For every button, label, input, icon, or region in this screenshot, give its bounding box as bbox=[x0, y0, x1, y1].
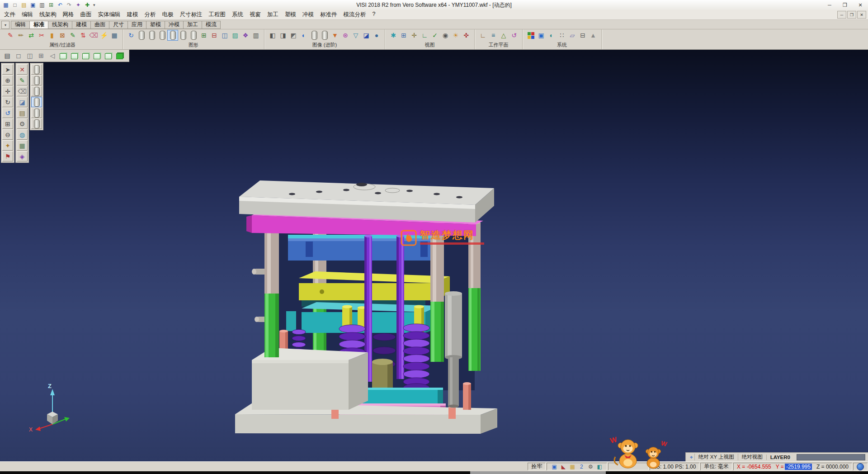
status-inset-field[interactable] bbox=[797, 454, 865, 460]
split-viewport-icon[interactable]: ◫ bbox=[25, 51, 35, 61]
stats-icon[interactable]: ▥ bbox=[251, 30, 261, 40]
snap-toggle-icon[interactable]: ▣ bbox=[550, 463, 558, 470]
minimize-button[interactable]: ─ bbox=[822, 0, 837, 10]
menu-item-11[interactable]: 工程图 bbox=[206, 9, 229, 20]
settings-gear-icon[interactable]: ⚙ bbox=[17, 118, 28, 129]
close-button[interactable]: ✕ bbox=[853, 0, 868, 10]
filter-solids-icon[interactable] bbox=[31, 97, 42, 107]
zoom-out-icon[interactable]: ⊖ bbox=[2, 129, 13, 140]
quad-viewport-icon[interactable]: ⊞ bbox=[36, 51, 46, 61]
point-grid-icon[interactable]: ∷ bbox=[557, 30, 567, 40]
3d-viewport[interactable]: Z X ▤◻◫⊞◁ ➤⊕✛↻↺⊞⊖✦⚑✕✎⌫◪▤⚙◍▦◈ 智造梦想网 ⌖ 绝对 … bbox=[0, 50, 868, 461]
mesh-tool-icon[interactable]: ▦ bbox=[17, 140, 28, 151]
tab-2[interactable]: 标准 bbox=[29, 21, 48, 29]
dynamic-view-icon[interactable]: ↺ bbox=[2, 108, 13, 118]
tab-1[interactable]: 编辑 bbox=[11, 21, 29, 29]
menu-item-17[interactable]: 标准件 bbox=[317, 9, 340, 20]
zoom-in-icon[interactable]: ⊕ bbox=[2, 75, 13, 85]
section-cylinder-2-icon[interactable] bbox=[320, 30, 330, 40]
app-logo-icon[interactable]: ▦ bbox=[2, 1, 10, 9]
filter-cylinder-icon[interactable]: ▮ bbox=[47, 30, 57, 40]
grid-toggle-icon[interactable]: ▦ bbox=[568, 463, 576, 470]
menu-item-15[interactable]: 塑模 bbox=[282, 9, 299, 20]
workplane-create-icon[interactable]: ∟ bbox=[478, 30, 488, 40]
screen-config-icon[interactable]: ▣ bbox=[536, 30, 546, 40]
dynamic-pan-icon[interactable]: ✛ bbox=[409, 30, 419, 40]
sheet-tool-icon[interactable]: ▤ bbox=[17, 108, 28, 118]
layer-cylinder-5-icon[interactable] bbox=[178, 30, 188, 40]
filter-meshes-icon[interactable] bbox=[31, 108, 42, 118]
layer-cylinder-6-icon[interactable] bbox=[189, 30, 198, 40]
mdi-restore-button[interactable]: ❐ bbox=[847, 11, 856, 19]
select-arrow-icon[interactable]: ➤ bbox=[2, 64, 13, 75]
tab-11[interactable]: 模流 bbox=[202, 21, 221, 29]
calculator-icon[interactable]: ⊟ bbox=[578, 30, 588, 40]
filter-all-icon[interactable] bbox=[31, 118, 42, 129]
rotate-view-icon[interactable]: ↻ bbox=[2, 97, 13, 107]
pan-view-icon[interactable]: ✛ bbox=[2, 86, 13, 96]
single-viewport-icon[interactable]: ◻ bbox=[14, 51, 24, 61]
erase-entity-icon[interactable]: ⌫ bbox=[17, 86, 28, 96]
delete-icon[interactable]: ✕ bbox=[17, 64, 28, 75]
filter-grid-icon[interactable]: ▦ bbox=[109, 30, 119, 40]
tab-6[interactable]: 尺寸 bbox=[109, 21, 127, 29]
drop-arrow-icon[interactable]: ▼ bbox=[330, 30, 340, 40]
menu-item-5[interactable]: 曲面 bbox=[77, 9, 95, 20]
right-view-icon[interactable] bbox=[93, 51, 103, 61]
print-icon[interactable]: ▥ bbox=[38, 1, 46, 9]
swap-filter-icon[interactable]: ⇅ bbox=[78, 30, 88, 40]
plot-icon[interactable]: ⊞ bbox=[47, 1, 55, 9]
layer-cylinder-1-icon[interactable] bbox=[137, 30, 146, 40]
maximize-button[interactable]: ❒ bbox=[837, 0, 853, 10]
axis-cross-icon[interactable]: ✜ bbox=[461, 30, 471, 40]
status-lock-toggle[interactable]: 拴牢 bbox=[528, 463, 546, 470]
match-properties-icon[interactable]: ⇄ bbox=[26, 30, 36, 40]
menu-item-1[interactable]: 文件 bbox=[1, 9, 19, 20]
menu-item-6[interactable]: 实体编辑 bbox=[95, 9, 124, 20]
face-tool-icon[interactable]: ◪ bbox=[17, 97, 28, 107]
sphere-tool-icon[interactable]: ◍ bbox=[17, 129, 28, 140]
paint-icon[interactable]: ❖ bbox=[241, 30, 250, 40]
menu-item-13[interactable]: 视窗 bbox=[246, 9, 264, 20]
status-units[interactable]: 单位: 毫米 bbox=[700, 463, 732, 470]
cube-view-icon[interactable]: ◪ bbox=[361, 30, 371, 40]
filter-box-icon[interactable]: ⊠ bbox=[57, 30, 67, 40]
eye-view-icon[interactable]: ◉ bbox=[440, 30, 450, 40]
diamond-tool-icon[interactable]: ◈ bbox=[17, 151, 28, 161]
workplane-align-icon[interactable]: ≡ bbox=[488, 30, 498, 40]
open-file-icon[interactable]: ▤ bbox=[20, 1, 28, 9]
refresh-view-icon[interactable]: ✦ bbox=[2, 140, 13, 151]
overlay-icon[interactable]: ◫ bbox=[220, 30, 230, 40]
undo-icon[interactable]: ↶ bbox=[56, 1, 64, 9]
regenerate-icon[interactable]: ↻ bbox=[126, 30, 136, 40]
light-icon[interactable]: ☀ bbox=[451, 30, 461, 40]
online-globe-icon[interactable] bbox=[857, 463, 864, 470]
mdi-close-button[interactable]: ✕ bbox=[857, 11, 866, 19]
attribute-brush-icon[interactable]: ✏ bbox=[16, 30, 26, 40]
menu-item-19[interactable]: ? bbox=[369, 9, 379, 20]
menu-item-9[interactable]: 电极 bbox=[159, 9, 177, 20]
layer-list-icon[interactable]: ▤ bbox=[2, 51, 12, 61]
workplane-3point-icon[interactable]: △ bbox=[499, 30, 509, 40]
workplane-reset-icon[interactable]: ↺ bbox=[509, 30, 519, 40]
tab-8[interactable]: 塑模 bbox=[146, 21, 165, 29]
view-search-icon[interactable]: ⌖ bbox=[689, 454, 694, 460]
layer-cylinder-4-icon[interactable] bbox=[168, 30, 178, 40]
layer-cylinder-3-icon[interactable] bbox=[157, 30, 167, 40]
menu-item-18[interactable]: 模流分析 bbox=[340, 9, 369, 20]
render-mode-icon[interactable]: ◧ bbox=[595, 463, 604, 470]
validate-icon[interactable]: ✓ bbox=[430, 30, 440, 40]
help-2-icon[interactable]: 2 bbox=[577, 463, 585, 470]
menu-item-12[interactable]: 系统 bbox=[229, 9, 246, 20]
menu-item-4[interactable]: 网格 bbox=[60, 9, 77, 20]
active-layer-label[interactable]: LAYER0 bbox=[766, 455, 794, 460]
ungroup-box-icon[interactable]: ⊟ bbox=[209, 30, 219, 40]
edit-entity-icon[interactable]: ✎ bbox=[17, 75, 28, 85]
mdi-minimize-button[interactable]: ─ bbox=[837, 11, 846, 19]
front-view-icon[interactable] bbox=[70, 51, 80, 61]
color-settings-icon[interactable] bbox=[526, 30, 536, 40]
filter-cut-icon[interactable]: ✂ bbox=[37, 30, 47, 40]
redo-icon[interactable]: ↷ bbox=[65, 1, 73, 9]
top-view-icon[interactable] bbox=[81, 51, 91, 61]
tab-10[interactable]: 加工 bbox=[183, 21, 202, 29]
